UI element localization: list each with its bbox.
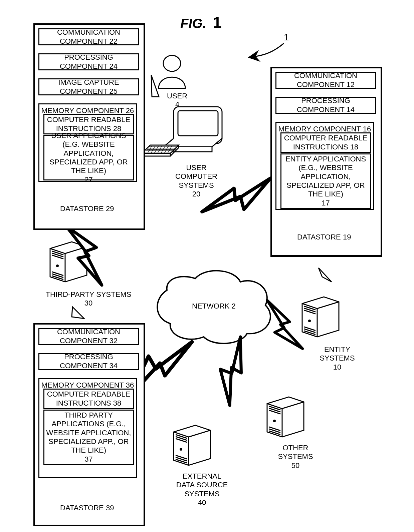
- other-num: 50: [291, 461, 299, 470]
- ext-l2: DATA SOURCE: [176, 481, 228, 489]
- ext-num: 40: [198, 498, 206, 507]
- proc-24: PROCESSING COMPONENT 24: [38, 53, 139, 70]
- network-label: NETWORK 2: [192, 302, 236, 311]
- comm-32: COMMUNICATION COMPONENT 32: [38, 328, 139, 345]
- user-icon: [159, 55, 185, 88]
- tp-num: 30: [84, 299, 92, 307]
- ds-19-label: DATASTORE 19: [297, 233, 351, 241]
- other-systems-label: OTHER SYSTEMS 50: [270, 444, 321, 470]
- other-tower-icon: [267, 397, 304, 437]
- net-to-other: [201, 337, 269, 405]
- comm-22: COMMUNICATION COMPONENT 22: [38, 28, 139, 45]
- computer-icon: [142, 107, 222, 156]
- comm-12: COMMUNICATION COMPONENT 12: [275, 72, 376, 89]
- ucs-l2: COMPUTER: [175, 172, 217, 180]
- ext-l3: SYSTEMS: [184, 490, 219, 498]
- entity-systems-label: ENTITY SYSTEMS 10: [316, 345, 359, 372]
- cri-18: COMPUTER READABLE INSTRUCTIONS 18: [280, 132, 371, 153]
- proc-34: PROCESSING COMPONENT 34: [38, 353, 139, 370]
- figure-ref: 1: [284, 32, 289, 43]
- imgcap-25: IMAGE CAPTURE COMPONENT 25: [38, 78, 139, 95]
- figure-stage: FIG. 1 1 USER 4 USER COMPUTER SYSTEMS 20…: [0, 0, 414, 532]
- figure-title-prefix: FIG.: [180, 16, 206, 31]
- user-label: USER: [167, 92, 187, 100]
- ucs-l3: SYSTEMS: [179, 181, 214, 189]
- ucs-num: 20: [192, 190, 200, 198]
- svg-point-8: [163, 55, 181, 71]
- user-num: 4: [175, 100, 179, 109]
- entity-l1: ENTITY: [324, 345, 350, 354]
- entity-l2: SYSTEMS: [320, 354, 355, 362]
- entity-num: 10: [333, 363, 341, 371]
- user-computer-systems-label: USER COMPUTER SYSTEMS 20: [171, 163, 221, 199]
- apps-37: THIRD PARTY APPLICATIONS (E.G., WEBSITE …: [43, 410, 134, 465]
- apps-17: ENTITY APPLICATIONS (E.G., WEBSITE APPLI…: [280, 153, 371, 209]
- other-l2: SYSTEMS: [278, 452, 313, 461]
- figure-title: FIG. 1: [180, 13, 222, 32]
- svg-rect-9: [178, 111, 218, 136]
- proc-14: PROCESSING COMPONENT 14: [275, 97, 376, 114]
- cri-38: COMPUTER READABLE INSTRUCTIONS 38: [43, 389, 134, 409]
- tp-label: THIRD-PARTY SYSTEMS: [46, 290, 132, 299]
- ds-29-label: DATASTORE 29: [60, 204, 114, 213]
- figure-title-num: 1: [213, 14, 222, 31]
- third-party-label: THIRD-PARTY SYSTEMS 30: [37, 290, 140, 308]
- entity-tower-icon: [302, 297, 339, 337]
- other-l1: OTHER: [283, 444, 308, 452]
- ucs-l1: USER: [186, 163, 206, 172]
- ds-39-label: DATASTORE 39: [60, 504, 114, 512]
- ext-l1: EXTERNAL: [183, 472, 221, 480]
- external-systems-label: EXTERNAL DATA SOURCE SYSTEMS 40: [170, 472, 234, 507]
- apps-27: USER APPLICATIONS (E.G. WEBSITE APPLICAT…: [43, 135, 134, 180]
- external-tower-icon: [174, 425, 210, 465]
